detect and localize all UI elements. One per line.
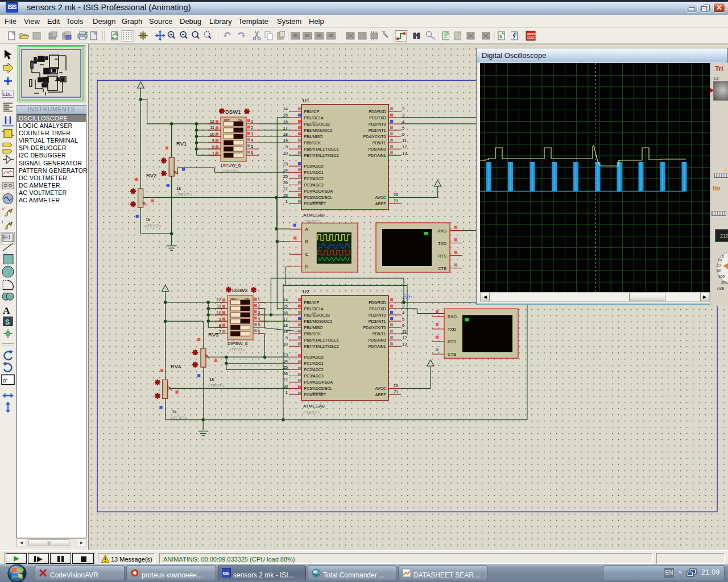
svg-text:11: 11 xyxy=(210,125,214,130)
svg-text:LBL: LBL xyxy=(3,92,12,97)
svg-text:PB0/ICP: PB0/ICP xyxy=(304,110,320,114)
svg-text:5: 5 xyxy=(251,144,253,149)
svg-text:PC5/ADC5/SCL: PC5/ADC5/SCL xyxy=(304,386,333,390)
svg-text:PC6/RESET: PC6/RESET xyxy=(304,202,327,206)
svg-text:4: 4 xyxy=(251,138,253,143)
svg-text:AREF: AREF xyxy=(375,393,386,397)
svg-text:CTS: CTS xyxy=(438,266,446,271)
svg-text:5: 5 xyxy=(402,126,404,131)
svg-text:RXD: RXD xyxy=(437,228,446,234)
svg-text:PB2/SS/OC1B: PB2/SS/OC1B xyxy=(304,122,330,126)
svg-text:12: 12 xyxy=(217,297,221,302)
svg-text:4: 4 xyxy=(402,310,404,315)
svg-text:25: 25 xyxy=(283,174,288,179)
svg-text:PB1/OC1A: PB1/OC1A xyxy=(304,307,324,311)
svg-text:PC0/ADC0: PC0/ADC0 xyxy=(304,164,324,168)
svg-text:<TEXT>: <TEXT> xyxy=(222,169,239,174)
svg-text:U2: U2 xyxy=(303,288,309,294)
svg-text:TXD: TXD xyxy=(438,241,447,246)
svg-text:<TEXT>: <TEXT> xyxy=(208,383,225,388)
svg-text:AREF: AREF xyxy=(375,202,386,206)
svg-text:20: 20 xyxy=(394,383,398,388)
svg-text:PC3/ADC3: PC3/ADC3 xyxy=(304,374,324,378)
svg-text:PC4/ADC4/SDA: PC4/ADC4/SDA xyxy=(304,380,333,384)
svg-text:PB3/MOSI/OC2: PB3/MOSI/OC2 xyxy=(304,319,333,323)
svg-text:PD4/XCK/T0: PD4/XCK/T0 xyxy=(363,135,386,139)
svg-text:19: 19 xyxy=(283,138,288,143)
svg-text:13: 13 xyxy=(402,342,407,347)
svg-text:20: 20 xyxy=(394,192,398,197)
svg-text:B: B xyxy=(305,239,308,244)
svg-text:DSW1: DSW1 xyxy=(225,109,241,115)
svg-text:<TEXT>: <TEXT> xyxy=(144,223,162,228)
svg-text:15: 15 xyxy=(283,304,288,309)
svg-text:PD6/AIN0: PD6/AIN0 xyxy=(368,147,386,151)
svg-text:24: 24 xyxy=(283,359,288,364)
svg-text:PC2/ADC2: PC2/ADC2 xyxy=(304,368,324,372)
svg-text:3: 3 xyxy=(251,131,253,136)
svg-text:19: 19 xyxy=(283,329,288,334)
svg-text:4: 4 xyxy=(402,119,404,124)
svg-text:PD4/XCK/T0: PD4/XCK/T0 xyxy=(363,326,386,330)
svg-text:V: V xyxy=(2,206,5,211)
svg-text:3: 3 xyxy=(402,304,404,309)
svg-text:1k: 1k xyxy=(172,409,177,414)
svg-text:PD7/AIN1: PD7/AIN1 xyxy=(368,344,386,348)
svg-text:PB5/SCK: PB5/SCK xyxy=(304,332,321,336)
svg-text:3: 3 xyxy=(258,310,260,315)
svg-text:ATMEGA8: ATMEGA8 xyxy=(303,404,325,409)
svg-text:28: 28 xyxy=(283,193,288,198)
svg-text:15: 15 xyxy=(283,113,288,118)
svg-text:PB6/XTAL1/TOSC1: PB6/XTAL1/TOSC1 xyxy=(304,338,339,342)
svg-text:PD0/RXD: PD0/RXD xyxy=(369,301,386,305)
svg-text:27: 27 xyxy=(283,186,288,192)
svg-text:24: 24 xyxy=(283,168,288,173)
svg-text:PC2/ADC2: PC2/ADC2 xyxy=(304,177,324,181)
svg-text:12: 12 xyxy=(210,119,214,124)
svg-text:DSW2: DSW2 xyxy=(232,287,247,293)
svg-text:PB5/SCK: PB5/SCK xyxy=(304,141,321,145)
svg-text:ISIS: ISIS xyxy=(223,571,230,576)
svg-text:RV2: RV2 xyxy=(146,172,156,178)
svg-text:5: 5 xyxy=(258,322,260,327)
svg-text:PC0/ADC0: PC0/ADC0 xyxy=(304,355,324,359)
svg-text:8: 8 xyxy=(212,144,214,149)
svg-text:10: 10 xyxy=(210,132,214,137)
svg-text:PB1/OC1A: PB1/OC1A xyxy=(304,116,324,120)
svg-text:PD6/AIN0: PD6/AIN0 xyxy=(368,338,386,342)
svg-text:PD1/TXD: PD1/TXD xyxy=(369,116,386,120)
svg-text:PC4/ADC4/SDA: PC4/ADC4/SDA xyxy=(304,189,333,193)
svg-text:18: 18 xyxy=(283,323,288,328)
svg-text:I: I xyxy=(2,219,3,225)
svg-text:PC6/RESET: PC6/RESET xyxy=(304,393,327,397)
svg-text:PB2/SS/OC1B: PB2/SS/OC1B xyxy=(304,313,330,317)
svg-text:7: 7 xyxy=(219,329,221,334)
svg-text:PC1/ADC1: PC1/ADC1 xyxy=(304,361,324,365)
svg-text:PB7/XTAL2/TOSC2: PB7/XTAL2/TOSC2 xyxy=(304,153,339,157)
svg-text:<TEXT>: <TEXT> xyxy=(170,415,187,421)
svg-text:8: 8 xyxy=(219,323,221,328)
svg-text:9: 9 xyxy=(286,144,288,149)
svg-text:11: 11 xyxy=(402,329,407,334)
svg-text:1k: 1k xyxy=(146,217,151,222)
svg-text:10: 10 xyxy=(217,310,221,315)
svg-text:PD0/RXD: PD0/RXD xyxy=(369,110,386,114)
svg-text:1: 1 xyxy=(286,199,288,204)
svg-text:21: 21 xyxy=(394,389,398,394)
svg-text:26: 26 xyxy=(283,371,288,376)
svg-text:6: 6 xyxy=(402,132,404,137)
svg-text:6: 6 xyxy=(402,323,404,328)
svg-text:PB4/MISO: PB4/MISO xyxy=(304,326,324,330)
svg-text:PD1/TXD: PD1/TXD xyxy=(369,307,386,311)
svg-text:17: 17 xyxy=(283,126,288,131)
svg-text:16: 16 xyxy=(283,119,288,124)
svg-text:6: 6 xyxy=(251,150,253,155)
svg-text:11: 11 xyxy=(402,138,407,143)
svg-text:PC1/ADC1: PC1/ADC1 xyxy=(304,171,324,174)
svg-text:PD5/T1: PD5/T1 xyxy=(373,141,386,145)
svg-text:PB0/ICP: PB0/ICP xyxy=(304,301,320,305)
svg-text:27: 27 xyxy=(283,377,288,383)
svg-text:PB3/MOSI/OC2: PB3/MOSI/OC2 xyxy=(304,128,333,132)
svg-text:1: 1 xyxy=(258,297,260,302)
svg-text:4: 4 xyxy=(258,316,260,321)
